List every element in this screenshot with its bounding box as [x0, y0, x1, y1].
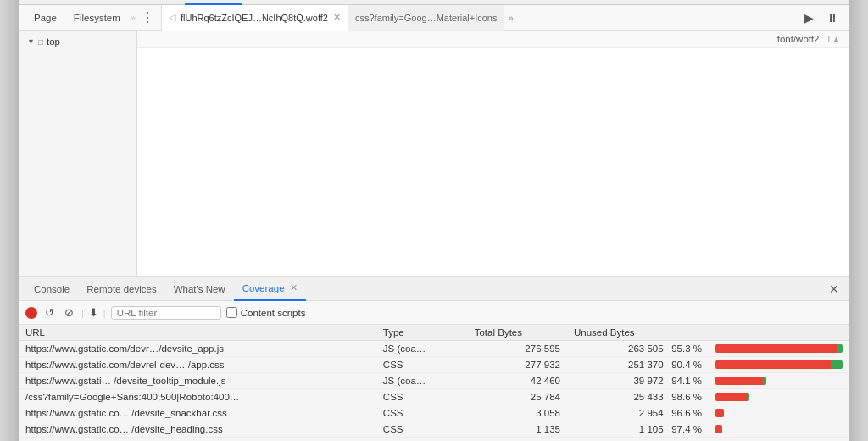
- font-label: font/woff2: [777, 34, 820, 44]
- main-area: ▼ □ top font/woff2 T▲: [19, 31, 849, 276]
- cell-total-1: 277 932: [468, 357, 567, 373]
- table-row[interactable]: https://www.gstatic.com/devr…/devsite_ap…: [19, 341, 849, 357]
- cell-type-3: CSS: [376, 389, 468, 405]
- file-tab-woff2[interactable]: ◁ flUhRq6tzZcIQEJ…NcIhQ8tQ.woff2 ✕: [162, 5, 348, 31]
- stop-button[interactable]: ⊘: [62, 306, 76, 319]
- cell-url-2: https://www.gstati… /devsite_tooltip_mod…: [19, 373, 376, 389]
- sub-bar-right: ▶ ⏸: [798, 8, 843, 28]
- content-scripts-label: Content scripts: [241, 308, 306, 318]
- drawer: Console Remote devices What's New Covera…: [19, 276, 849, 441]
- unused-bar-3: [715, 393, 748, 401]
- pause-icon[interactable]: ⏸: [822, 8, 843, 28]
- cell-bar-0: [709, 341, 849, 357]
- unused-bar-2: [715, 377, 763, 385]
- unused-bar-1: [715, 360, 831, 369]
- col-type: Type: [376, 325, 468, 341]
- drawer-close-button[interactable]: ✕: [826, 282, 843, 296]
- drawer-tab-console[interactable]: Console: [25, 277, 78, 301]
- cell-type-0: JS (coa…: [376, 341, 468, 357]
- cell-unused-0: 263 505 95.3 %: [567, 341, 709, 357]
- panel-right-icon: T▲: [826, 34, 841, 44]
- col-bar: [709, 325, 849, 341]
- cell-bar-4: [709, 405, 849, 421]
- coverage-toolbar: ↺ ⊘ | ⬇ | Content scripts: [19, 301, 849, 325]
- cell-total-5: 1 135: [468, 421, 567, 438]
- folder-icon: □: [38, 37, 43, 47]
- col-unused: Unused Bytes: [567, 325, 709, 341]
- cell-total-0: 276 595: [468, 341, 567, 357]
- cell-url-1: https://www.gstatic.com/devrel-dev… /app…: [19, 357, 376, 373]
- more-tabs-button[interactable]: »: [612, 0, 628, 5]
- download-icon[interactable]: ⬇: [89, 306, 98, 319]
- cell-total-3: 25 784: [468, 389, 567, 405]
- cell-bar-2: [709, 373, 849, 389]
- cell-unused-1: 251 370 90.4 %: [567, 357, 709, 373]
- file-tab-woff2-icon: ◁: [169, 12, 175, 23]
- table-row[interactable]: https://www.gstatic.co… /devsite_heading…: [19, 421, 849, 438]
- sub-bar-more-button[interactable]: ⋮: [137, 8, 158, 28]
- unused-bar-4: [715, 409, 724, 417]
- file-tab-woff2-close[interactable]: ✕: [333, 12, 341, 23]
- drawer-tabs-bar: Console Remote devices What's New Covera…: [19, 277, 849, 301]
- cell-url-5: https://www.gstatic.co… /devsite_heading…: [19, 421, 376, 438]
- drawer-tab-whatsnew[interactable]: What's New: [165, 277, 234, 301]
- table-header-row: URL Type Total Bytes Unused Bytes: [19, 325, 849, 341]
- cell-unused-5: 1 105 97.4 %: [567, 421, 709, 438]
- unused-bar-0: [715, 344, 837, 353]
- table-row[interactable]: /css?family=Google+Sans:400,500|Roboto:4…: [19, 389, 849, 405]
- cell-url-0: https://www.gstatic.com/devr…/devsite_ap…: [19, 341, 376, 357]
- triangle-icon: ▼: [27, 37, 35, 46]
- sub-bar-separator: »: [131, 13, 136, 23]
- sub-tab-filesystem[interactable]: Filesystem: [65, 5, 129, 31]
- cell-bar-5: [709, 421, 849, 438]
- toolbar-separator2: |: [103, 308, 106, 318]
- record-button[interactable]: [25, 307, 37, 319]
- sub-tab-page[interactable]: Page: [25, 5, 65, 31]
- drawer-tab-coverage[interactable]: Coverage ✕: [234, 277, 306, 301]
- cell-url-3: /css?family=Google+Sans:400,500|Roboto:4…: [19, 389, 376, 405]
- coverage-table: URL Type Total Bytes Unused Bytes https:…: [19, 325, 849, 438]
- cell-unused-4: 2 954 96.6 %: [567, 405, 709, 421]
- file-tab-css[interactable]: css?family=Goog…Material+Icons: [348, 5, 505, 31]
- toolbar-separator: |: [81, 308, 84, 318]
- cell-bar-3: [709, 389, 849, 405]
- cell-type-4: CSS: [376, 405, 468, 421]
- table-row[interactable]: https://www.gstatic.co… /devsite_snackba…: [19, 405, 849, 421]
- col-url: URL: [19, 325, 376, 341]
- devtools-window: DevTools - web.dev/ ⇱ ▭ Elements Console…: [19, 0, 849, 441]
- file-tab-css-label: css?family=Goog…Material+Icons: [355, 13, 498, 23]
- cell-url-4: https://www.gstatic.co… /devsite_snackba…: [19, 405, 376, 421]
- panel-content: font/woff2 T▲: [137, 31, 849, 276]
- coverage-table-container[interactable]: URL Type Total Bytes Unused Bytes https:…: [19, 325, 849, 441]
- sidebar-item-top[interactable]: ▼ □ top: [19, 34, 136, 49]
- cell-type-5: CSS: [376, 421, 468, 438]
- unused-bar-5: [715, 425, 722, 433]
- url-filter-input[interactable]: [111, 306, 221, 320]
- content-scripts-checkbox[interactable]: [226, 307, 237, 318]
- used-bar-0: [837, 344, 843, 353]
- cell-type-1: CSS: [376, 357, 468, 373]
- col-total: Total Bytes: [468, 325, 567, 341]
- cell-total-2: 42 460: [468, 373, 567, 389]
- sub-toolbar: Page Filesystem » ⋮ ◁ flUhRq6tzZcIQEJ…Nc…: [19, 5, 849, 31]
- cell-bar-1: [709, 357, 849, 373]
- file-tab-woff2-label: flUhRq6tzZcIQEJ…NcIhQ8tQ.woff2: [181, 13, 328, 23]
- table-row[interactable]: https://www.gstatic.com/devrel-dev… /app…: [19, 357, 849, 373]
- drawer-tab-remote[interactable]: Remote devices: [78, 277, 164, 301]
- sidebar: ▼ □ top: [19, 31, 137, 276]
- sidebar-item-top-label: top: [47, 36, 60, 47]
- play-icon[interactable]: ▶: [798, 8, 819, 28]
- drawer-tab-coverage-close[interactable]: ✕: [290, 282, 298, 293]
- reload-button[interactable]: ↺: [42, 306, 57, 319]
- cell-unused-2: 39 972 94.1 %: [567, 373, 709, 389]
- cell-total-4: 3 058: [468, 405, 567, 421]
- used-bar-2: [763, 377, 766, 385]
- used-bar-3: [748, 393, 749, 401]
- cell-unused-3: 25 433 98.6 %: [567, 389, 709, 405]
- tab-audits[interactable]: Audits: [563, 0, 611, 5]
- content-scripts-checkbox-label: Content scripts: [226, 307, 306, 318]
- drawer-tab-coverage-label: Coverage: [242, 283, 285, 293]
- table-row[interactable]: https://www.gstati… /devsite_tooltip_mod…: [19, 373, 849, 389]
- cell-type-2: JS (coa…: [376, 373, 468, 389]
- used-bar-1: [831, 360, 843, 369]
